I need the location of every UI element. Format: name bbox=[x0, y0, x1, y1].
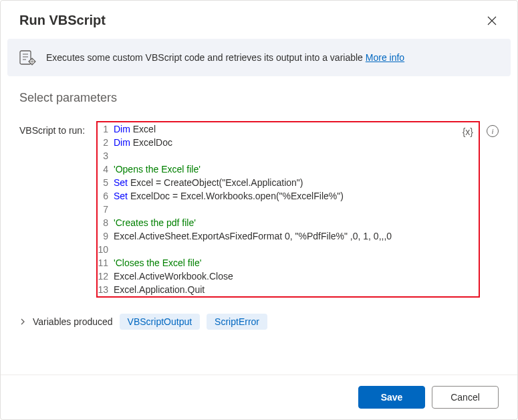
code-line: 4'Opens the Excel file' bbox=[98, 163, 479, 176]
code-line: 10 bbox=[98, 243, 479, 256]
save-button[interactable]: Save bbox=[358, 386, 425, 409]
variables-toggle[interactable] bbox=[19, 318, 26, 325]
code-line: 5Set Excel = CreateObject("Excel.Applica… bbox=[98, 176, 479, 189]
code-text: Dim ExcelDoc bbox=[111, 136, 172, 149]
line-number: 5 bbox=[98, 176, 111, 189]
line-number: 11 bbox=[98, 256, 111, 270]
line-number: 8 bbox=[98, 216, 111, 229]
code-line: 8'Creates the pdf file' bbox=[98, 216, 479, 229]
line-number: 9 bbox=[98, 229, 111, 243]
info-bar: Executes some custom VBScript code and r… bbox=[7, 39, 511, 76]
line-number: 10 bbox=[98, 243, 111, 256]
code-line: 6Set ExcelDoc = Excel.Workbooks.open("%E… bbox=[98, 189, 479, 203]
code-line: 7 bbox=[98, 203, 479, 216]
line-number: 6 bbox=[98, 189, 111, 203]
dialog-footer: Save Cancel bbox=[1, 375, 517, 419]
info-text-wrap: Executes some custom VBScript code and r… bbox=[46, 52, 404, 63]
line-number: 13 bbox=[98, 283, 111, 296]
line-number: 12 bbox=[98, 270, 111, 283]
dialog-content: Select parameters VBScript to run: 1Dim … bbox=[1, 76, 517, 375]
code-line: 9Excel.ActiveSheet.ExportAsFixedFormat 0… bbox=[98, 229, 479, 243]
close-button[interactable] bbox=[485, 14, 499, 27]
code-line: 3 bbox=[98, 149, 479, 163]
line-number: 2 bbox=[98, 136, 111, 149]
code-text: 'Creates the pdf file' bbox=[111, 216, 196, 229]
section-title: Select parameters bbox=[19, 91, 499, 105]
vbscript-editor[interactable]: 1Dim Excel2Dim ExcelDoc3 4'Opens the Exc… bbox=[96, 121, 480, 298]
vbscript-param-row: VBScript to run: 1Dim Excel2Dim ExcelDoc… bbox=[19, 121, 499, 298]
chevron-right-icon bbox=[19, 318, 26, 325]
line-number: 3 bbox=[98, 149, 111, 163]
code-text: Dim Excel bbox=[111, 122, 156, 136]
code-text: Excel.ActiveWorkbook.Close bbox=[111, 270, 233, 283]
dialog-title: Run VBScript bbox=[19, 13, 106, 28]
code-line: 2Dim ExcelDoc bbox=[98, 136, 479, 149]
line-number: 7 bbox=[98, 203, 111, 216]
code-text: Set Excel = CreateObject("Excel.Applicat… bbox=[111, 176, 303, 189]
line-number: 4 bbox=[98, 163, 111, 176]
code-line: 12Excel.ActiveWorkbook.Close bbox=[98, 270, 479, 283]
script-icon bbox=[19, 49, 37, 66]
cancel-button[interactable]: Cancel bbox=[432, 386, 499, 409]
code-text bbox=[111, 149, 116, 163]
variable-pill[interactable]: ScriptError bbox=[207, 314, 267, 330]
code-line: 1Dim Excel bbox=[98, 122, 479, 136]
code-line: 13Excel.Application.Quit bbox=[98, 283, 479, 296]
more-info-link[interactable]: More info bbox=[366, 52, 404, 63]
variables-produced-label: Variables produced bbox=[33, 316, 113, 327]
code-text: 'Closes the Excel file' bbox=[111, 256, 201, 270]
info-icon[interactable]: i bbox=[487, 125, 499, 137]
vbscript-label: VBScript to run: bbox=[19, 121, 96, 136]
code-text: Excel.ActiveSheet.ExportAsFixedFormat 0,… bbox=[111, 229, 392, 243]
variable-pill[interactable]: VBScriptOutput bbox=[120, 314, 201, 330]
insert-variable-button[interactable]: {x} bbox=[463, 126, 473, 137]
close-icon bbox=[487, 16, 497, 25]
line-number: 1 bbox=[98, 122, 111, 136]
run-vbscript-dialog: Run VBScript Executes some custom VBScri… bbox=[0, 0, 518, 420]
info-text: Executes some custom VBScript code and r… bbox=[46, 52, 366, 63]
dialog-header: Run VBScript bbox=[1, 1, 517, 39]
code-text: Set ExcelDoc = Excel.Workbooks.open("%Ex… bbox=[111, 189, 344, 203]
variables-produced-row: Variables produced VBScriptOutput Script… bbox=[19, 314, 499, 330]
editor-wrap: 1Dim Excel2Dim ExcelDoc3 4'Opens the Exc… bbox=[96, 121, 499, 298]
code-line: 11'Closes the Excel file' bbox=[98, 256, 479, 270]
code-text: 'Opens the Excel file' bbox=[111, 163, 201, 176]
code-text bbox=[111, 243, 116, 256]
code-text bbox=[111, 203, 116, 216]
code-text: Excel.Application.Quit bbox=[111, 283, 205, 296]
